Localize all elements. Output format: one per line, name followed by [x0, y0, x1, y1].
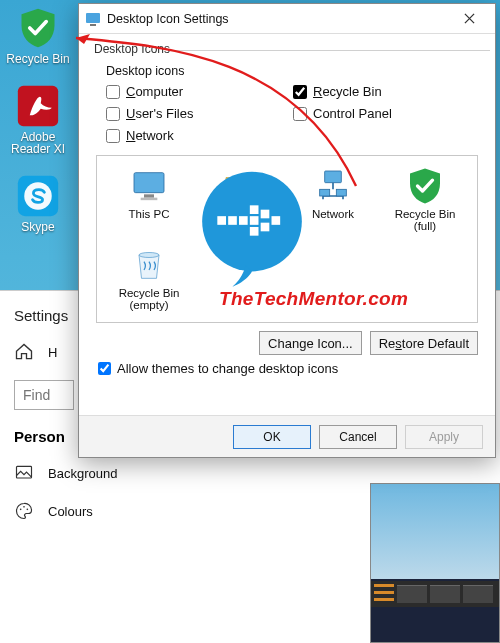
apply-button[interactable]: Apply [405, 425, 483, 449]
gallery-caption: This PC [129, 208, 170, 220]
svg-rect-10 [144, 194, 154, 197]
close-icon [464, 13, 475, 24]
desktop-icon-settings-dialog: Desktop Icon Settings Desktop Icons Desk… [78, 3, 496, 458]
checkbox-input[interactable] [106, 107, 120, 121]
dialog-title-icon [85, 11, 101, 27]
shield-check-icon [405, 166, 445, 206]
this-pc-icon [129, 166, 169, 206]
gallery-item-recycle-empty[interactable]: Recycle Bin (empty) [107, 245, 191, 316]
cancel-button[interactable]: Cancel [319, 425, 397, 449]
home-icon [14, 342, 34, 362]
svg-rect-13 [325, 171, 342, 183]
svg-rect-25 [261, 223, 270, 232]
palette-icon [14, 501, 34, 521]
desktop-icon-label: Adobe Reader XI [11, 131, 65, 156]
network-icon [313, 166, 353, 206]
skype-icon [16, 174, 60, 218]
dialog-title: Desktop Icon Settings [107, 12, 449, 26]
svg-rect-24 [261, 210, 270, 219]
section-label: Desktop icons [106, 64, 480, 78]
settings-home-label: H [48, 345, 57, 360]
desktop-icon-label: Recycle Bin [6, 53, 69, 66]
svg-rect-11 [141, 198, 158, 201]
svg-point-4 [20, 509, 22, 511]
gallery-item-recycle-full[interactable]: Recycle Bin (full) [383, 166, 467, 237]
svg-rect-9 [134, 173, 164, 193]
checkbox-input[interactable] [106, 129, 120, 143]
gallery-item-this-pc[interactable]: This PC [107, 166, 191, 237]
svg-rect-20 [239, 216, 248, 225]
svg-rect-15 [336, 189, 346, 196]
svg-point-5 [23, 506, 25, 508]
svg-rect-7 [86, 13, 100, 23]
svg-rect-18 [217, 216, 226, 225]
desktop-icon-adobe-reader[interactable]: Adobe Reader XI [11, 84, 65, 156]
desktop-icon-skype[interactable]: Skype [16, 174, 60, 234]
group-label: Desktop Icons [94, 42, 480, 56]
shield-check-icon [16, 6, 60, 50]
svg-rect-19 [228, 216, 237, 225]
checkbox-input[interactable] [98, 362, 111, 375]
svg-rect-26 [272, 216, 281, 225]
dialog-titlebar[interactable]: Desktop Icon Settings [79, 4, 495, 34]
close-button[interactable] [449, 5, 489, 33]
svg-rect-3 [17, 466, 32, 478]
svg-rect-8 [90, 24, 96, 26]
restore-default-button[interactable]: Restore Default [370, 331, 478, 355]
picture-icon [14, 463, 34, 483]
checkbox-network[interactable]: Network [106, 128, 283, 143]
settings-item-label: Colours [48, 504, 93, 519]
svg-rect-23 [250, 227, 259, 236]
watermark-arrow-icon [187, 162, 317, 292]
checkbox-control-panel[interactable]: Control Panel [293, 106, 470, 121]
dialog-footer: OK Cancel Apply [79, 415, 495, 457]
svg-rect-14 [320, 189, 330, 196]
gallery-caption: Recycle Bin (full) [395, 208, 456, 232]
settings-find-input[interactable] [14, 380, 74, 410]
svg-rect-21 [250, 216, 259, 225]
desktop-icons-column: Recycle Bin Adobe Reader XI Skype [2, 6, 74, 233]
checkbox-computer[interactable]: Computer [106, 84, 283, 99]
recycle-bin-empty-icon [129, 245, 169, 285]
gallery-caption: Network [312, 208, 354, 220]
checkbox-input[interactable] [106, 85, 120, 99]
settings-item-label: Background [48, 466, 117, 481]
checkbox-recycle-bin[interactable]: Recycle Bin [293, 84, 470, 99]
gallery-caption: Recycle Bin (empty) [119, 287, 180, 311]
desktop-icon-recycle-bin[interactable]: Recycle Bin [6, 6, 69, 66]
checkbox-input[interactable] [293, 85, 307, 99]
svg-rect-22 [250, 205, 259, 214]
adobe-reader-icon [16, 84, 60, 128]
watermark-text: TheTechMentor.com [219, 288, 408, 310]
desktop-icons-checkboxes: Computer Recycle Bin User's Files Contro… [106, 84, 470, 143]
svg-point-6 [27, 509, 29, 511]
svg-point-16 [139, 253, 159, 258]
change-icon-button[interactable]: Change Icon... [259, 331, 362, 355]
allow-themes-checkbox[interactable]: Allow themes to change desktop icons [98, 361, 480, 376]
desktop-icon-label: Skype [21, 221, 54, 234]
checkbox-users-files[interactable]: User's Files [106, 106, 283, 121]
desktop-preview-thumbnail [370, 483, 500, 643]
ok-button[interactable]: OK [233, 425, 311, 449]
checkbox-input[interactable] [293, 107, 307, 121]
settings-item-background[interactable]: Background [14, 463, 486, 483]
